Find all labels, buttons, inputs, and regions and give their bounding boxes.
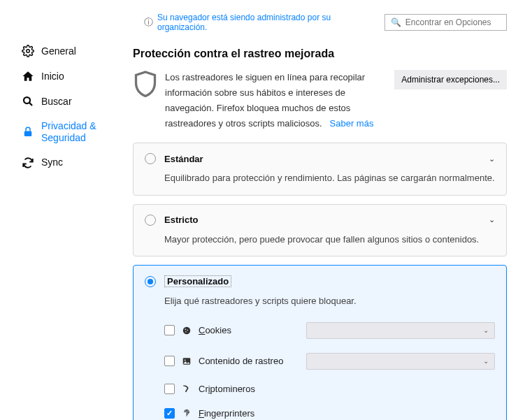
option-title: Estándar: [164, 154, 203, 164]
svg-line-2: [29, 103, 32, 106]
sidebar-item-label: General: [41, 45, 76, 57]
org-managed-banner[interactable]: ⓘ Su navegador está siendo administrado …: [144, 13, 376, 32]
lock-icon: [22, 126, 34, 138]
svg-point-4: [183, 327, 191, 335]
svg-point-9: [185, 359, 186, 361]
checkbox-cookies[interactable]: [164, 325, 175, 335]
svg-point-1: [24, 97, 30, 103]
option-title: Personalizado: [164, 275, 231, 287]
topbar: ⓘ Su navegador está siendo administrado …: [126, 0, 525, 39]
manage-exceptions-button[interactable]: Administrar excepciones...: [394, 70, 507, 89]
search-input[interactable]: [405, 17, 501, 27]
sidebar-item-label: Buscar: [41, 96, 72, 108]
radio-standard[interactable]: [145, 153, 156, 164]
svg-rect-3: [24, 131, 32, 136]
sidebar-item-privacy[interactable]: Privacidad & Seguridad: [17, 114, 117, 150]
search-icon: 🔍: [391, 17, 401, 27]
row-label: Cookies: [199, 325, 231, 335]
magnify-icon: [22, 95, 34, 108]
chevron-down-icon[interactable]: ⌄: [489, 215, 495, 224]
radio-strict[interactable]: [145, 215, 156, 226]
sidebar-item-home[interactable]: Inicio: [17, 64, 117, 89]
sidebar-item-label: Privacidad & Seguridad: [41, 120, 113, 144]
option-desc: Equilibrado para protección y rendimient…: [164, 171, 495, 185]
learn-more-link[interactable]: Saber más: [330, 118, 374, 129]
tracking-option-standard[interactable]: Estándar ⌄ Equilibrado para protección y…: [133, 143, 507, 196]
tracking-intro: Los rastreadores le siguen en línea para…: [133, 70, 507, 131]
search-input-wrapper[interactable]: 🔍: [384, 14, 507, 31]
sidebar-item-sync[interactable]: Sync: [17, 150, 117, 175]
radio-custom[interactable]: [145, 276, 156, 287]
sidebar-item-search[interactable]: Buscar: [17, 89, 117, 114]
svg-rect-10: [185, 388, 189, 393]
checkbox-cryptominers[interactable]: [164, 384, 175, 394]
pickaxe-icon: [182, 384, 192, 393]
row-label: Fingerprinters: [199, 408, 254, 419]
custom-row-tracking-content: Contenido de rastreo ⌄: [164, 346, 495, 377]
sync-icon: [22, 157, 34, 169]
custom-row-fingerprinters: Fingerprinters: [164, 401, 495, 420]
cookie-icon: [182, 326, 192, 335]
tracking-option-strict[interactable]: Estricto ⌄ Mayor protección, pero puede …: [133, 204, 507, 257]
tracking-content-dropdown[interactable]: ⌄: [306, 353, 495, 370]
tracking-intro-text: Los rastreadores le siguen en línea para…: [165, 70, 387, 131]
shield-icon: [133, 70, 158, 101]
option-title: Estricto: [164, 215, 198, 225]
org-managed-text: Su navegador está siendo administrado po…: [157, 13, 376, 32]
cookies-dropdown[interactable]: ⌄: [306, 322, 495, 339]
main-panel: ⓘ Su navegador está siendo administrado …: [126, 0, 525, 420]
svg-point-0: [27, 50, 30, 53]
section-title: Protección contra el rastreo mejorada: [133, 48, 507, 60]
sidebar-item-label: Inicio: [41, 71, 64, 82]
svg-point-5: [185, 328, 186, 330]
option-desc: Elija qué rastreadores y scripts quiere …: [164, 294, 495, 308]
checkbox-fingerprinters[interactable]: [164, 408, 175, 419]
sidebar-item-general[interactable]: General: [17, 38, 117, 64]
option-desc: Mayor protección, pero puede provocar qu…: [164, 233, 495, 247]
gear-icon: [22, 45, 34, 57]
custom-row-cookies: Cookies ⌄: [164, 315, 495, 346]
sidebar-item-label: Sync: [41, 157, 63, 168]
chevron-down-icon[interactable]: ⌄: [489, 154, 495, 164]
checkbox-tracking-content[interactable]: [164, 356, 175, 366]
row-label: Contenido de rastreo: [199, 356, 283, 366]
svg-point-7: [185, 331, 186, 332]
info-icon: ⓘ: [144, 16, 153, 29]
home-icon: [22, 70, 34, 82]
fingerprint-icon: [182, 408, 192, 418]
custom-row-cryptominers: Criptomineros: [164, 377, 495, 401]
tracking-option-custom[interactable]: Personalizado Elija qué rastreadores y s…: [133, 265, 507, 420]
sidebar: General Inicio Buscar Privacidad & Segur…: [0, 0, 126, 420]
image-icon: [182, 356, 192, 366]
row-label: Criptomineros: [199, 384, 255, 394]
svg-point-6: [187, 330, 187, 331]
